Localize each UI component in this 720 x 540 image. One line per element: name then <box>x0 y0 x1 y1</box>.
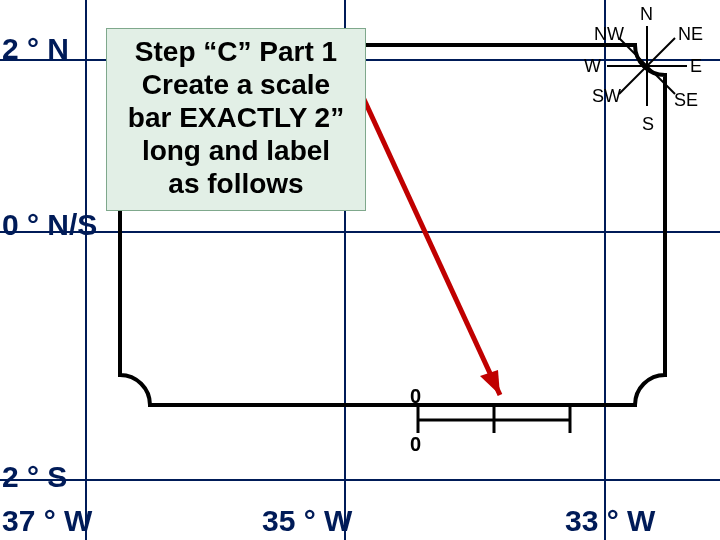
svg-line-6 <box>362 95 500 395</box>
compass-s: S <box>642 114 654 135</box>
callout-line: bar EXACTLY 2” <box>117 101 355 134</box>
compass-n: N <box>640 4 653 25</box>
compass-ne: NE <box>678 24 703 45</box>
instruction-callout: Step “C” Part 1 Create a scale bar EXACT… <box>106 28 366 211</box>
scale-svg <box>410 395 580 445</box>
scale-top-zero: 0 <box>410 385 421 408</box>
compass-e: E <box>690 56 702 77</box>
lon-37w: 37 ° W <box>2 504 92 538</box>
diagram-stage: 2 ° N 0 ° N/S 2 ° S 37 ° W 35 ° W 33 ° W… <box>0 0 720 540</box>
compass-se: SE <box>674 90 698 111</box>
arrow <box>362 95 500 395</box>
callout-line: long and label <box>117 134 355 167</box>
compass-nw: NW <box>594 24 624 45</box>
lon-33w: 33 ° W <box>565 504 655 538</box>
compass-w: W <box>584 56 601 77</box>
scale-bar: 0 0 <box>410 395 580 455</box>
lon-35w: 35 ° W <box>262 504 352 538</box>
compass-sw: SW <box>592 86 621 107</box>
callout-line: Step “C” Part 1 <box>117 35 355 68</box>
lat-0ns: 0 ° N/S <box>2 208 97 242</box>
callout-line: Create a scale <box>117 68 355 101</box>
svg-marker-7 <box>480 370 500 395</box>
callout-line: as follows <box>117 167 355 200</box>
lat-2s: 2 ° S <box>2 460 67 494</box>
scale-bottom-zero: 0 <box>410 433 421 456</box>
lat-2n: 2 ° N <box>2 32 69 66</box>
compass-rose: N NE E SE S SW W NW <box>552 6 702 146</box>
